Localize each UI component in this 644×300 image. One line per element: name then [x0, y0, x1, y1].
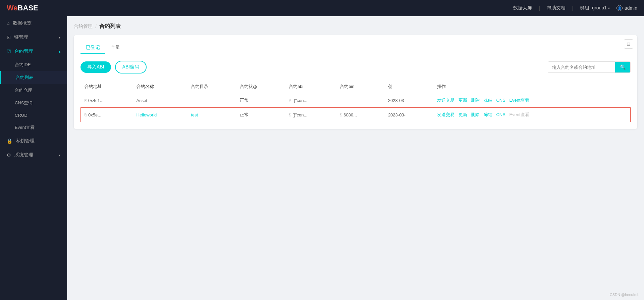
copy-icon[interactable]: ⎘	[289, 113, 291, 117]
lock-icon: 🔒	[7, 138, 12, 144]
sidebar-item-contract-ide[interactable]: 合约IDE	[0, 58, 67, 71]
topnav-right: 数据大屏 | 帮助文档 | 群组: group1 ▾ 👤 admin	[513, 5, 637, 11]
abi-code-button[interactable]: ABI编码	[115, 61, 147, 73]
help-docs-link[interactable]: 帮助文档	[547, 5, 566, 11]
cell-status: 正常	[236, 108, 285, 122]
search-button[interactable]: 🔍	[615, 62, 630, 72]
col-category: 合约目录	[187, 80, 236, 93]
cell-address: ⎘ 0x4c1...	[80, 93, 132, 108]
action-send-tx-1[interactable]: 发送交易	[437, 98, 454, 103]
col-address: 合约地址	[80, 80, 132, 93]
sidebar-label-contract-warehouse: 合约仓库	[15, 87, 32, 93]
copy-icon[interactable]: ⎘	[340, 113, 342, 117]
copy-icon[interactable]: ⎘	[289, 98, 291, 102]
user-menu[interactable]: 👤 admin	[616, 5, 637, 11]
abi-value: [{"con...	[292, 98, 307, 103]
tab-registered[interactable]: 已登记	[80, 42, 105, 54]
col-status: 合约状态	[236, 80, 285, 93]
action-event-2: Event查看	[509, 112, 529, 117]
divider2: |	[572, 5, 574, 11]
cell-actions: 发送交易 更新 删除 冻结 CNS Event查看	[433, 93, 631, 108]
cell-created: 2023-03-	[384, 108, 433, 122]
main-card: ⊟ 已登记 全量 导入ABI ABI编码 🔍	[74, 35, 637, 129]
action-event-1[interactable]: Event查看	[509, 98, 529, 103]
sidebar-item-dashboard[interactable]: ⌂ 数据概览	[0, 16, 67, 30]
table-body: ⎘ 0x4c1... Asset - 正常 ⎘ [{"con...	[80, 93, 631, 122]
action-delete-1[interactable]: 删除	[471, 98, 480, 103]
search-icon: 🔍	[620, 64, 626, 70]
contracts-table: 合约地址 合约名称 合约目录 合约状态 合约abi 合约bin 创 操作	[80, 80, 631, 122]
toolbar: 导入ABI ABI编码 🔍	[80, 61, 631, 73]
copy-icon[interactable]: ⎘	[85, 113, 87, 117]
breadcrumb: 合约管理 / 合约列表	[74, 23, 637, 30]
sidebar-item-crud[interactable]: CRUD	[0, 109, 67, 121]
sidebar-label-contract-list: 合约列表	[16, 74, 33, 81]
cell-address: ⎘ 0x5e...	[80, 108, 132, 122]
cell-category: test	[187, 108, 236, 122]
cell-bin: ⎘ 6080...	[336, 108, 384, 122]
search-input[interactable]	[548, 62, 615, 72]
col-bin: 合约bin	[336, 80, 384, 93]
watermark: CSDN @henuImh	[610, 293, 639, 297]
sidebar-label-event-view: Event查看	[15, 124, 35, 131]
home-icon: ⌂	[7, 20, 9, 26]
data-screen-link[interactable]: 数据大屏	[513, 5, 532, 11]
col-actions: 操作	[433, 80, 631, 93]
chevron-up-icon: ▴	[59, 50, 60, 53]
logo-we: We	[7, 4, 18, 12]
action-cns-2[interactable]: CNS	[496, 112, 505, 117]
breadcrumb-current: 合约列表	[99, 23, 121, 30]
action-send-tx-2[interactable]: 发送交易	[437, 112, 454, 117]
settings-icon: ⚙	[7, 152, 11, 158]
action-update-1[interactable]: 更新	[459, 98, 467, 103]
tab-all[interactable]: 全量	[105, 42, 125, 54]
sidebar-item-event-view[interactable]: Event查看	[0, 121, 67, 134]
card-corner-icon[interactable]: ⊟	[624, 39, 633, 49]
cell-name: Asset	[132, 93, 187, 108]
action-freeze-2[interactable]: 冻结	[484, 112, 492, 117]
sidebar-label-contract: 合约管理	[14, 48, 55, 54]
sidebar-item-key-mgmt[interactable]: 🔒 私钥管理	[0, 134, 67, 148]
table: 合约地址 合约名称 合约目录 合约状态 合约abi 合约bin 创 操作	[80, 80, 631, 122]
user-icon: 👤	[616, 5, 623, 11]
sidebar-item-chain[interactable]: ⊡ 链管理 ▾	[0, 30, 67, 44]
import-abi-button[interactable]: 导入ABI	[80, 61, 111, 73]
logo: WeBASE	[7, 4, 38, 12]
sidebar-label-crud: CRUD	[15, 113, 28, 118]
tabs: 已登记 全量	[80, 42, 631, 54]
action-delete-2[interactable]: 删除	[471, 112, 480, 117]
cell-abi: ⎘ [{"con...	[285, 93, 336, 108]
action-freeze-1[interactable]: 冻结	[484, 98, 492, 103]
cell-created: 2023-03-	[384, 93, 433, 108]
group-selector[interactable]: 群组: group1 ▾	[580, 5, 609, 11]
sidebar-item-contract[interactable]: ☑ 合约管理 ▴	[0, 44, 67, 58]
sidebar-item-system-mgmt[interactable]: ⚙ 系统管理 ▾	[0, 148, 67, 162]
cell-abi: ⎘ [{"con...	[285, 108, 336, 122]
search-box: 🔍	[548, 61, 631, 73]
cell-category: -	[187, 93, 236, 108]
top-nav: WeBASE 数据大屏 | 帮助文档 | 群组: group1 ▾ 👤 admi…	[0, 0, 644, 16]
breadcrumb-parent: 合约管理	[74, 23, 93, 30]
contract-icon: ☑	[7, 49, 11, 54]
sidebar-label-key-mgmt: 私钥管理	[16, 138, 60, 144]
chevron-down-icon: ▾	[59, 36, 60, 39]
sidebar-item-cns-query[interactable]: CNS查询	[0, 97, 67, 109]
sidebar-label-dashboard: 数据概览	[13, 20, 60, 26]
cell-bin	[336, 93, 384, 108]
sidebar: ◀ ⌂ 数据概览 ⊡ 链管理 ▾ ☑ 合约管理 ▴ 合约IDE 合约列表 合约仓…	[0, 16, 67, 300]
sidebar-label-system-mgmt: 系统管理	[14, 152, 55, 158]
address-value: 0x5e...	[88, 112, 101, 117]
table-header: 合约地址 合约名称 合约目录 合约状态 合约abi 合约bin 创 操作	[80, 80, 631, 93]
action-cns-1[interactable]: CNS	[496, 98, 505, 103]
table-row: ⎘ 0x5e... Helloworld test 正常 ⎘ [{"con...	[80, 108, 631, 122]
action-update-2[interactable]: 更新	[459, 112, 467, 117]
abi-value: [{"con...	[292, 112, 307, 117]
sidebar-item-contract-warehouse[interactable]: 合约仓库	[0, 84, 67, 97]
breadcrumb-sep: /	[95, 24, 97, 29]
cell-status: 正常	[236, 93, 285, 108]
cell-name: Helloworld	[132, 108, 187, 122]
copy-icon[interactable]: ⎘	[85, 98, 87, 102]
main-layout: ◀ ⌂ 数据概览 ⊡ 链管理 ▾ ☑ 合约管理 ▴ 合约IDE 合约列表 合约仓…	[0, 16, 644, 300]
content-area: 合约管理 / 合约列表 ⊟ 已登记 全量 导入ABI ABI编码 🔍	[67, 16, 644, 300]
sidebar-item-contract-list[interactable]: 合约列表	[0, 71, 67, 84]
